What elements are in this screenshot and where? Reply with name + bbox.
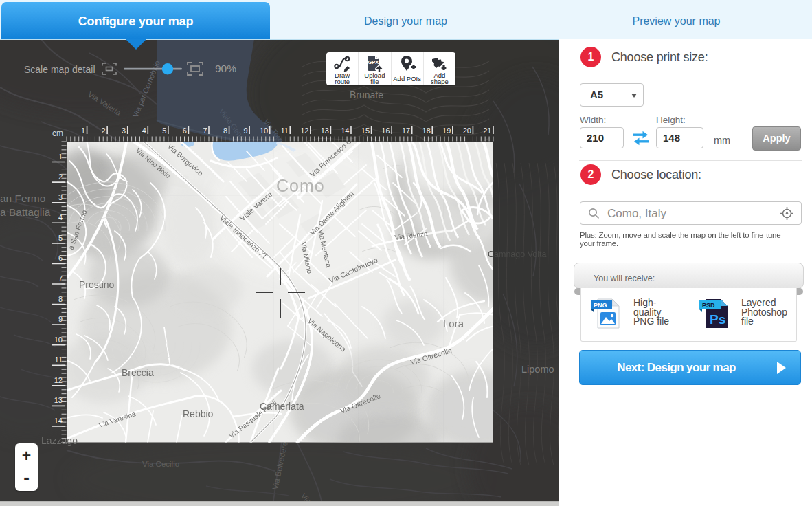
svg-text:4: 4 [58,213,63,221]
svg-text:Ps: Ps [710,312,725,327]
svg-text:Brunate: Brunate [350,89,383,100]
svg-text:PSD: PSD [702,302,715,309]
svg-text:a Battaglia: a Battaglia [0,206,51,218]
svg-text:3: 3 [58,193,63,201]
svg-text:8: 8 [58,295,63,303]
svg-text:3: 3 [122,126,126,135]
svg-text:Via Cecilio: Via Cecilio [142,460,179,468]
svg-text:12: 12 [300,126,308,135]
svg-text:13: 13 [321,126,329,135]
svg-text:5: 5 [162,126,166,135]
svg-text:cm: cm [52,129,63,138]
svg-text:6: 6 [183,126,187,135]
svg-text:2: 2 [58,173,63,181]
svg-text:14: 14 [341,126,349,135]
svg-text:Lazzago: Lazzago [41,435,78,446]
svg-text:19: 19 [442,126,451,135]
svg-text:Breccia: Breccia [122,367,154,378]
svg-text:Camnago Volta: Camnago Volta [488,250,547,259]
svg-text:18: 18 [422,126,431,135]
svg-text:8: 8 [223,126,227,135]
svg-text:7: 7 [203,126,207,135]
svg-text:7: 7 [58,274,63,283]
svg-text:10: 10 [54,336,63,344]
svg-text:an Fermo: an Fermo [0,192,45,204]
svg-text:Prestino: Prestino [79,279,115,290]
svg-text:10: 10 [260,126,268,135]
svg-text:13: 13 [54,396,63,404]
svg-text:6: 6 [58,254,63,262]
svg-text:Rebbio: Rebbio [183,408,214,419]
svg-text:Lora: Lora [443,318,464,329]
svg-text:Lipomo: Lipomo [521,364,554,375]
svg-text:9: 9 [243,126,247,135]
svg-text:15: 15 [361,126,370,135]
svg-text:4: 4 [142,126,146,135]
svg-text:1: 1 [81,126,85,135]
svg-text:20: 20 [463,126,471,135]
svg-text:11: 11 [55,355,63,364]
svg-text:2: 2 [101,126,105,135]
svg-text:14: 14 [54,417,63,425]
svg-text:5: 5 [58,234,63,242]
svg-text:17: 17 [402,126,410,135]
svg-text:GPX: GPX [368,59,379,65]
svg-text:16: 16 [381,126,390,135]
svg-text:21: 21 [483,126,491,135]
svg-text:PNG: PNG [594,302,607,309]
svg-text:11: 11 [280,126,288,135]
svg-text:12: 12 [54,376,63,384]
svg-text:1: 1 [58,153,63,161]
svg-text:9: 9 [58,315,63,323]
svg-text:Como: Como [276,176,325,195]
